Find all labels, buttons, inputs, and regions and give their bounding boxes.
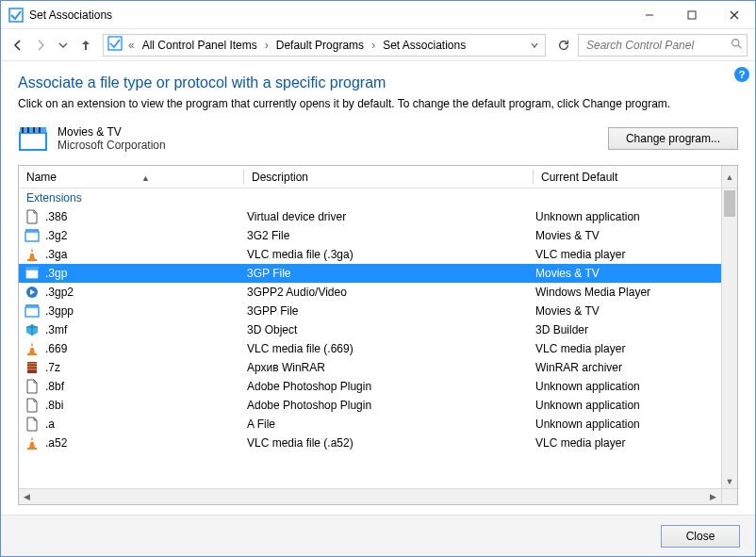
address-dropdown[interactable] [528,39,541,52]
table-row[interactable]: .3g23G2 FileMovies & TV [19,226,721,245]
selected-program-vendor: Microsoft Corporation [58,139,166,152]
scrollbar-thumb[interactable] [724,190,735,217]
cell-description: 3D Object [247,323,535,336]
table-row[interactable]: .3gaVLC media file (.3ga)VLC media playe… [19,245,721,264]
file-type-icon [25,435,40,451]
table-header: Name ▲ Description Current Default ▲ [19,166,737,188]
associations-table: Name ▲ Description Current Default ▲ Ext… [18,165,738,505]
recent-locations-button[interactable] [54,36,73,55]
breadcrumb-segment[interactable]: Set Associations [381,39,468,52]
app-icon-small [107,36,123,54]
svg-rect-19 [25,267,39,270]
cell-name: .386 [45,210,247,223]
column-header-default[interactable]: Current Default [534,171,721,184]
table-row[interactable]: .3mf3D Object3D Builder [19,320,721,339]
table-row[interactable]: .7zАрхив WinRARWinRAR archiver [19,358,721,377]
breadcrumb-segment[interactable]: All Control Panel Items [140,39,259,52]
cell-default: VLC media player [535,248,721,261]
cell-default: Unknown application [535,210,721,223]
svg-rect-27 [27,366,37,368]
cell-name: .3gp2 [45,286,247,299]
help-icon[interactable]: ? [734,67,749,82]
scroll-left-button[interactable]: ◀ [19,492,35,501]
svg-rect-18 [25,270,39,279]
table-row[interactable]: .669VLC media file (.669)VLC media playe… [19,339,721,358]
cell-default: Windows Media Player [535,286,721,299]
refresh-button[interactable] [553,35,574,56]
file-type-icon [25,285,40,300]
window-title: Set Associations [29,8,628,22]
scrollbar-corner [721,489,737,504]
column-header-name[interactable]: Name ▲ [19,171,243,184]
titlebar: Set Associations [1,1,755,29]
address-bar[interactable]: « All Control Panel Items › Default Prog… [103,34,546,57]
svg-rect-23 [27,353,37,355]
horizontal-scrollbar[interactable]: ◀ ▶ [19,488,737,504]
cell-name: .8bi [45,399,247,412]
vertical-scrollbar[interactable]: ▼ [721,188,737,488]
table-row[interactable]: .386Virtual device driverUnknown applica… [19,207,721,226]
dialog-footer: Close [1,515,755,556]
cell-default: 3D Builder [535,323,721,336]
cell-description: VLC media file (.3ga) [247,248,535,261]
table-row[interactable]: .3gp3GP FileMovies & TV [19,264,721,283]
cell-name: .7z [45,361,247,374]
close-button[interactable]: Close [661,525,740,548]
group-header-extensions[interactable]: Extensions [19,188,721,207]
back-button[interactable] [8,36,27,55]
cell-default: Unknown application [535,399,721,412]
page-heading: Associate a file type or protocol with a… [18,74,738,91]
close-window-button[interactable] [713,1,755,28]
search-box[interactable] [578,34,748,57]
page-subtitle: Click on an extension to view the progra… [18,97,738,110]
file-type-icon [25,303,40,319]
svg-rect-29 [27,448,37,450]
svg-rect-8 [20,133,46,150]
table-row[interactable]: .aA FileUnknown application [19,415,721,434]
change-program-button[interactable]: Change program... [608,127,738,150]
svg-rect-26 [27,363,37,365]
cell-default: Movies & TV [535,267,721,280]
app-icon [8,8,24,23]
chevron-right-icon: › [370,39,377,52]
scroll-down-button[interactable]: ▼ [722,477,737,486]
selected-program-row: Movies & TV Microsoft Corporation Change… [18,123,738,154]
svg-rect-22 [25,304,39,307]
svg-line-7 [738,45,741,48]
column-header-description[interactable]: Description [244,171,533,184]
cell-default: VLC media player [535,342,721,355]
svg-rect-30 [30,440,34,442]
movies-tv-icon [18,123,48,154]
table-row[interactable]: .3gp23GPP2 Audio/VideoWindows Media Play… [19,283,721,302]
cell-default: Movies & TV [535,304,721,318]
forward-button[interactable] [31,36,50,55]
hscroll-track[interactable] [35,489,705,504]
cell-description: Архив WinRAR [247,361,535,374]
scroll-up-button[interactable]: ▲ [721,166,737,188]
table-row[interactable]: .8biAdobe Photoshop PluginUnknown applic… [19,396,721,415]
svg-point-6 [732,39,739,45]
file-type-icon [25,209,40,224]
table-row[interactable]: .3gpp3GPP FileMovies & TV [19,302,721,320]
scroll-right-button[interactable]: ▶ [705,492,721,501]
maximize-button[interactable] [670,1,713,28]
content-area: ? Associate a file type or protocol with… [1,61,755,515]
svg-rect-2 [688,11,696,19]
table-row[interactable]: .8bfAdobe Photoshop PluginUnknown applic… [19,377,721,396]
breadcrumb-root[interactable]: « [126,39,137,52]
cell-name: .669 [45,342,247,355]
cell-description: Adobe Photoshop Plugin [247,380,535,393]
file-type-icon [25,398,40,413]
table-row[interactable]: .a52VLC media file (.a52)VLC media playe… [19,434,721,452]
chevron-right-icon: › [263,39,271,52]
search-icon [731,38,743,53]
minimize-button[interactable] [628,1,670,28]
up-button[interactable] [76,36,95,55]
file-type-icon [25,360,40,375]
sort-ascending-icon: ▲ [141,173,150,183]
svg-rect-12 [33,127,35,133]
file-type-icon [25,247,40,262]
breadcrumb-segment[interactable]: Default Programs [274,39,366,52]
cell-name: .a52 [45,436,247,450]
search-input[interactable] [584,38,731,53]
